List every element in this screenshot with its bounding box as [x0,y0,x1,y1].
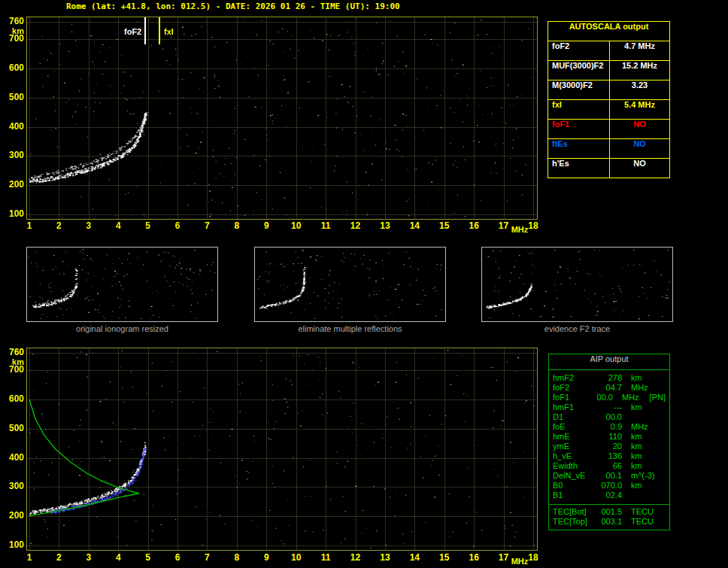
aip-param-unit: km [631,442,642,451]
autoscala-param-label: M(3000)F2 [548,80,610,99]
aip-param-unit: MHz [631,422,648,432]
marker-label-fxI: fxI [163,27,174,36]
autoscala-row: foF1NO [548,119,669,138]
ionogram-canvas [27,17,537,219]
thumbnail-canvas-original [27,248,217,321]
aip-param-name: TEC[Top] [553,517,595,527]
aip-row: B0070.0km [549,481,669,491]
x-axis-tick-label: 8 [228,221,246,231]
x-axis-tick-label: 16 [465,221,483,231]
autoscala-param-label: h'Es [548,159,610,178]
x-axis-tick-label: 9 [257,221,275,231]
aip-param-name: foE [553,422,595,432]
autoscala-param-value: 3.23 [610,80,669,99]
aip-row: hmE110km [549,432,669,442]
x-axis-tick-label: 16 [465,553,483,563]
x-axis-tick-label: 6 [168,221,187,231]
thumbnail-caption-f2-trace: evidence F2 trace [481,324,673,333]
x-axis-tick-label: 9 [257,553,275,563]
x-axis-tick-label: 4 [109,553,127,563]
x-axis-tick-label: 12 [347,221,365,231]
x-axis-tick-label: 7 [198,221,216,231]
x-axis-tick-label: 12 [347,553,365,563]
x-axis-tick-label: 2 [50,221,68,231]
autoscala-row: h'EsNO [548,158,669,178]
aip-row: DelN_vE00.1m^(-3) [549,471,669,481]
x-axis-tick-label: 3 [80,553,98,563]
aip-param-name: ymE [553,442,595,451]
x-axis-tick-label: 13 [376,221,394,231]
autoscala-row: M(3000)F23.23 [548,80,669,99]
aip-param-unit: km [631,451,642,461]
autoscala-param-label: MUF(3000)F2 [548,61,610,80]
profile-canvas [27,348,537,550]
aip-param-value: 136 [595,451,622,461]
aip-row: D100.0 [549,412,669,422]
aip-param-note: [PN] [650,393,666,402]
thumbnail-caption-original: original ionogram resized [26,324,218,333]
y-axis-tick-label: 400 [2,122,24,132]
x-axis-tick-label: 14 [405,553,423,563]
autoscala-param-label: fxI [548,100,610,119]
thumbnail-canvas-f2-trace [482,248,672,321]
aip-param-name: h_vE [553,451,595,461]
aip-row: ymE20km [549,442,669,451]
x-axis-tick-label: 1 [20,221,38,231]
aip-param-value: 00.1 [595,471,622,481]
y-axis-tick-label: 100 [2,209,24,219]
y-axis-tick-label: 600 [2,394,24,404]
aip-param-unit: km [631,402,642,412]
aip-param-name: foF2 [553,383,595,393]
x-axis-tick-label: 7 [198,553,216,563]
aip-param-unit: TECU [631,507,654,517]
x-axis-unit-label: MHz [508,557,531,566]
aip-param-unit: km [631,432,642,442]
x-axis-tick-label: 5 [139,553,157,563]
ionogram-plot: foF2fxI [26,17,538,220]
aip-row: h_vE136km [549,451,669,461]
thumbnail-canvas-filtered [255,248,445,321]
x-axis-tick-label: 14 [405,221,423,231]
aip-param-value: 0.9 [595,422,622,432]
x-axis-tick-label: 10 [287,221,305,231]
aip-param-unit: m^(-3) [631,471,654,481]
aip-param-name: DelN_vE [553,471,595,481]
thumbnail-filtered-ionogram [254,247,446,322]
marker-label-foF2: foF2 [123,27,142,36]
autoscala-row: foF24.7 MHz [548,41,669,60]
x-axis-unit-label: MHz [508,225,531,235]
aip-row: hmF2278km [549,373,669,383]
autoscala-param-value: NO [610,120,669,138]
x-axis-tick-label: 4 [109,221,127,231]
y-axis-tick-label: 200 [2,511,24,521]
aip-tec-rows: TEC[Bot]001.5TECUTEC[Top]003.1TECU [549,505,669,530]
x-axis-tick-label: 1 [20,553,38,563]
station-date-time-title: Rome (lat: +41.8, lon: 012.5) - DATE: 20… [66,2,400,11]
aip-param-name: foF1 [553,393,590,402]
x-axis-tick-label: 3 [80,221,98,231]
y-axis-tick-label: 200 [2,180,24,190]
autoscala-param-label: foF1 [548,120,610,138]
autoscala-output-table: AUTOSCALA output foF24.7 MHzMUF(3000)F21… [548,21,670,178]
aip-param-unit: MHz [622,393,639,402]
autoscala-param-value: NO [610,139,669,158]
aip-param-value: 003.1 [595,517,622,527]
y-axis-tick-label: 300 [2,150,24,160]
aip-param-name: D1 [553,412,595,422]
aip-table-title: AIP output [549,354,669,370]
thumbnail-f2-trace [481,247,673,322]
autoscala-param-value: 4.7 MHz [610,41,669,60]
autoscala-row: MUF(3000)F215.2 MHz [548,60,669,80]
autoscala-param-value: 5.4 MHz [610,100,669,119]
aip-param-unit: km [631,481,642,491]
y-axis-tick-label: 100 [2,540,24,550]
thumbnail-caption-filtered: eliminate multiple reflections [254,324,446,333]
x-axis-tick-label: 15 [435,553,453,563]
autoscala-table-rows: foF24.7 MHzMUF(3000)F215.2 MHzM(3000)F23… [548,41,669,178]
y-axis-unit-label: km [2,26,24,36]
aip-param-value: 070.0 [595,481,622,491]
aip-param-value: 278 [595,373,622,383]
aip-param-value: --- [595,402,622,412]
autoscala-table-title: AUTOSCALA output [548,22,669,41]
aip-row: foE0.9MHz [549,422,669,432]
